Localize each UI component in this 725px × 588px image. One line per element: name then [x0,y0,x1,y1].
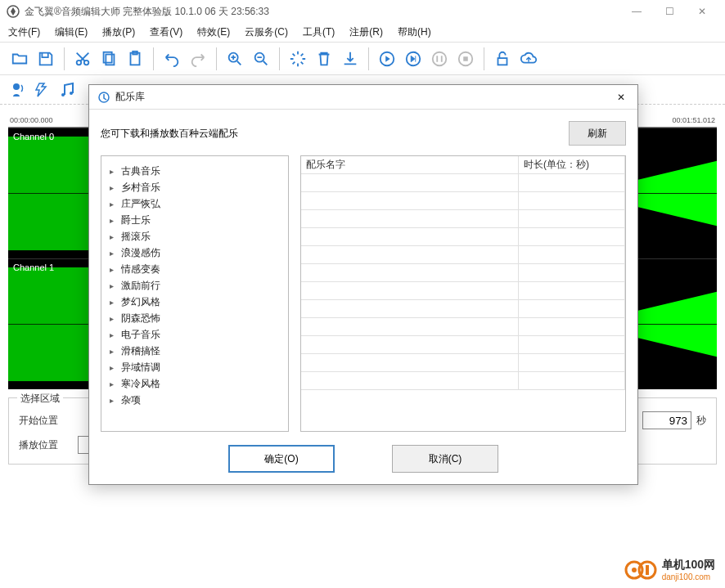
category-tree[interactable]: ▸古典音乐▸乡村音乐▸庄严恢弘▸爵士乐▸摇滚乐▸浪漫感伤▸情感变奏▸激励前行▸梦… [101,155,289,432]
tree-item[interactable]: ▸浪漫感伤 [110,245,280,261]
play-selection-icon[interactable] [402,47,425,70]
menu-help[interactable]: 帮助(H) [398,25,431,39]
selection-legend: 选择区域 [17,392,63,406]
caret-right-icon: ▸ [110,347,118,356]
menu-tool[interactable]: 工具(T) [303,25,335,39]
svg-point-16 [61,93,65,97]
caret-right-icon: ▸ [110,298,118,307]
tree-item-label: 古典音乐 [121,164,160,178]
menu-bar: 文件(F) 编辑(E) 播放(P) 查看(V) 特效(E) 云服务(C) 工具(… [0,23,725,43]
watermark-url: danji100.com [662,572,715,581]
menu-file[interactable]: 文件(F) [8,25,40,39]
col-name[interactable]: 配乐名字 [301,156,519,173]
copy-icon[interactable] [97,47,120,70]
zoom-out-icon[interactable] [250,47,272,70]
paste-icon[interactable] [124,47,146,70]
dialog-title: 配乐库 [115,90,145,104]
tree-item-label: 电子音乐 [121,328,160,342]
tree-item[interactable]: ▸乡村音乐 [110,179,280,195]
menu-register[interactable]: 注册(R) [349,25,383,39]
menu-view[interactable]: 查看(V) [150,25,182,39]
svg-rect-13 [463,56,468,61]
title-bar: 金飞翼®音频编辑大师 完整体验版 10.1.0 06 天 23:56:33 — … [0,0,725,23]
undo-icon[interactable] [160,47,183,70]
open-icon[interactable] [8,47,31,70]
watermark-icon [624,559,657,581]
close-button[interactable]: ✕ [686,0,718,23]
end-pos-input[interactable] [642,411,691,429]
tree-item[interactable]: ▸滑稽搞怪 [110,343,280,359]
zoom-in-icon[interactable] [223,47,246,70]
caret-right-icon: ▸ [110,216,118,225]
minimize-button[interactable]: — [620,0,653,23]
caret-right-icon: ▸ [110,265,118,274]
tree-item[interactable]: ▸杂项 [110,392,280,408]
refresh-button[interactable]: 刷新 [569,121,626,146]
cloud-icon[interactable] [517,47,540,70]
svg-point-24 [632,568,637,572]
dialog-close-button[interactable]: ✕ [613,89,629,105]
redo-icon[interactable] [187,47,209,70]
caret-right-icon: ▸ [110,363,118,372]
effects-icon[interactable] [286,47,309,70]
music-table[interactable]: 配乐名字 时长(单位：秒) [300,155,626,432]
tree-item[interactable]: ▸摇滚乐 [110,228,280,245]
tree-item[interactable]: ▸梦幻风格 [110,294,280,310]
table-row [301,174,625,192]
stop-icon[interactable] [454,47,477,70]
table-row [301,264,625,282]
tree-item-label: 寒冷风格 [121,377,160,391]
export-icon[interactable] [339,47,362,70]
table-header: 配乐名字 时长(单位：秒) [301,156,625,174]
music-icon[interactable] [57,80,77,100]
col-duration[interactable]: 时长(单位：秒) [519,156,625,173]
svg-point-17 [70,92,73,95]
tree-item[interactable]: ▸电子音乐 [110,326,280,343]
tree-item-label: 阴森恐怖 [121,312,160,325]
tree-item[interactable]: ▸庄严恢弘 [110,195,280,212]
table-row [301,372,625,390]
tree-item-label: 情感变奏 [121,263,160,276]
tree-item[interactable]: ▸情感变奏 [110,261,280,277]
cut-icon[interactable] [71,47,94,70]
table-row [301,318,625,336]
maximize-button[interactable]: ☐ [653,0,686,23]
dialog-description: 您可下载和播放数百种云端配乐 [101,127,238,141]
watermark-name: 单机100网 [662,558,715,572]
menu-cloud[interactable]: 云服务(C) [245,25,288,39]
speed-icon[interactable] [33,80,52,100]
save-icon[interactable] [34,47,57,70]
tree-item[interactable]: ▸激励前行 [110,277,280,294]
tree-item[interactable]: ▸异域情调 [110,359,280,375]
caret-right-icon: ▸ [110,200,118,209]
caret-right-icon: ▸ [110,379,118,388]
caret-right-icon: ▸ [110,183,118,192]
delete-icon[interactable] [313,47,335,70]
table-row [301,282,625,300]
dialog-titlebar: 配乐库 ✕ [89,85,637,110]
play-icon[interactable] [376,47,399,70]
menu-effect[interactable]: 特效(E) [197,25,230,39]
menu-edit[interactable]: 编辑(E) [55,25,88,39]
tree-item[interactable]: ▸寒冷风格 [110,375,280,392]
cancel-button[interactable]: 取消(C) [392,445,498,473]
tree-item[interactable]: ▸古典音乐 [110,163,280,179]
tree-item[interactable]: ▸爵士乐 [110,212,280,228]
caret-right-icon: ▸ [110,281,118,290]
dialog-icon [97,91,110,104]
tree-item-label: 滑稽搞怪 [121,344,160,358]
app-icon [7,5,20,18]
pause-icon[interactable] [428,47,451,70]
tree-item-label: 梦幻风格 [121,295,160,309]
channel-0-label: Channel 0 [13,132,54,141]
table-row [301,192,625,210]
caret-right-icon: ▸ [110,314,118,323]
ok-button[interactable]: 确定(O) [228,445,335,473]
voice-icon[interactable] [8,80,28,100]
app-title: 金飞翼®音频编辑大师 完整体验版 10.1.0 06 天 23:56:33 [25,5,269,19]
tree-item[interactable]: ▸阴森恐怖 [110,310,280,326]
menu-play[interactable]: 播放(P) [102,25,135,39]
unlock-icon[interactable] [491,47,514,70]
tree-item-label: 异域情调 [121,361,160,375]
svg-rect-25 [646,565,649,575]
